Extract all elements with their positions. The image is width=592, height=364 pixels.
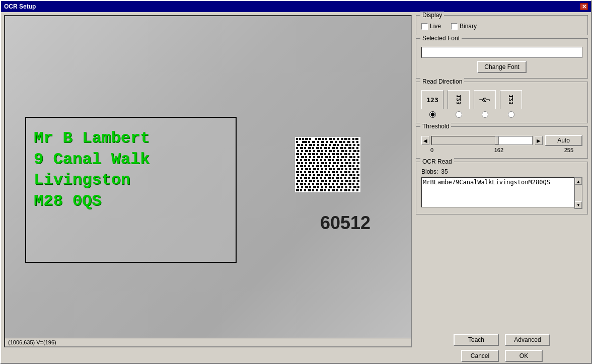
svg-rect-250	[336, 183, 338, 185]
cancel-button[interactable]: Cancel	[461, 350, 499, 362]
svg-rect-132	[313, 162, 315, 164]
svg-rect-29	[347, 141, 350, 143]
svg-rect-214	[320, 177, 322, 179]
svg-rect-134	[321, 162, 324, 164]
font-input[interactable]	[421, 47, 582, 58]
ocr-line-3: Livingston	[34, 170, 228, 191]
threshold-right-btn[interactable]: ▶	[535, 136, 543, 145]
svg-rect-189	[348, 171, 350, 173]
svg-rect-263	[325, 186, 327, 188]
selected-font-group: Selected Font Change Font	[416, 38, 588, 79]
svg-rect-99	[309, 156, 311, 158]
threshold-auto-button[interactable]: Auto	[545, 135, 582, 146]
svg-rect-97	[301, 156, 304, 158]
svg-rect-64	[297, 150, 299, 152]
svg-rect-195	[309, 174, 311, 176]
ocr-line-4: M28 0QS	[34, 191, 228, 212]
svg-rect-82	[304, 153, 306, 155]
svg-rect-22	[317, 141, 319, 143]
svg-rect-171	[341, 168, 343, 170]
svg-rect-271	[357, 186, 359, 188]
svg-rect-223	[356, 177, 358, 179]
svg-rect-45	[349, 144, 351, 146]
image-panel: Mr B Lambert 9 Canal Walk Livingston M28…	[4, 15, 412, 347]
threshold-fill	[432, 136, 495, 144]
svg-rect-35	[309, 144, 312, 146]
svg-rect-178	[304, 171, 306, 173]
direction-icon-ccw90: 123	[500, 90, 522, 109]
svg-rect-69	[317, 150, 320, 152]
svg-rect-55	[324, 147, 327, 149]
svg-rect-24	[326, 141, 328, 143]
svg-rect-124	[344, 159, 346, 161]
close-button[interactable]: ✕	[580, 3, 588, 10]
svg-rect-43	[341, 144, 343, 146]
svg-rect-167	[325, 168, 327, 170]
svg-rect-225	[301, 180, 303, 182]
svg-rect-180	[312, 171, 314, 173]
svg-rect-60	[344, 147, 346, 149]
svg-rect-204	[345, 174, 347, 176]
svg-rect-269	[349, 186, 351, 188]
svg-rect-283	[340, 189, 342, 191]
svg-rect-217	[332, 177, 334, 179]
svg-rect-127	[356, 159, 358, 161]
binary-checkbox[interactable]	[451, 23, 458, 30]
svg-rect-191	[356, 171, 358, 173]
svg-rect-2	[299, 138, 301, 140]
svg-rect-246	[320, 183, 322, 185]
svg-rect-51	[308, 147, 311, 149]
svg-rect-142	[353, 162, 355, 164]
svg-rect-221	[348, 177, 350, 179]
svg-rect-245	[316, 183, 319, 185]
svg-rect-187	[340, 171, 342, 173]
svg-rect-173	[349, 168, 351, 170]
svg-rect-211	[308, 177, 310, 179]
svg-rect-266	[337, 186, 340, 188]
direction-radio-ccw90[interactable]	[508, 111, 514, 118]
svg-rect-207	[357, 174, 359, 176]
direction-radio-180[interactable]	[482, 111, 488, 118]
svg-rect-264	[329, 186, 332, 188]
direction-icon-normal: 123	[421, 90, 443, 109]
direction-180: ⌐2⌐	[474, 90, 496, 118]
teach-button[interactable]: Teach	[454, 334, 499, 346]
svg-rect-260	[313, 186, 316, 188]
svg-rect-185	[332, 171, 335, 173]
threshold-left-btn[interactable]: ◀	[421, 136, 429, 145]
svg-rect-95	[356, 153, 358, 155]
direction-radio-normal[interactable]	[429, 111, 436, 118]
read-direction-group: Read Direction 123 123 ⌐2⌐	[416, 82, 588, 123]
svg-rect-166	[321, 168, 323, 170]
live-checkbox[interactable]	[421, 23, 428, 30]
ocr-line-2: 9 Canal Walk	[34, 149, 228, 170]
svg-rect-159	[356, 165, 358, 167]
svg-rect-30	[352, 141, 354, 143]
svg-rect-94	[352, 153, 354, 155]
threshold-track[interactable]	[431, 136, 533, 145]
svg-rect-73	[333, 150, 335, 152]
svg-rect-175	[357, 168, 359, 170]
bottom-buttons: Teach Advanced Cancel OK	[416, 331, 588, 362]
svg-rect-27	[339, 141, 342, 143]
svg-rect-4	[305, 138, 308, 140]
threshold-mid-label: 162	[494, 147, 503, 153]
svg-rect-145	[300, 165, 303, 167]
svg-rect-169	[333, 168, 335, 170]
svg-rect-12	[337, 138, 339, 140]
svg-rect-253	[348, 183, 351, 185]
scrollbar-up-arrow[interactable]: ▲	[575, 178, 582, 185]
status-bar: (1006,635) V=(196)	[5, 338, 411, 346]
ok-button[interactable]: OK	[505, 350, 543, 362]
live-checkbox-item: Live	[421, 23, 441, 30]
advanced-button[interactable]: Advanced	[505, 334, 550, 346]
scrollbar-down-arrow[interactable]: ▼	[575, 201, 582, 208]
ocr-text-textarea[interactable]	[421, 177, 574, 207]
svg-rect-275	[308, 189, 311, 191]
svg-rect-46	[353, 144, 355, 146]
teach-advanced-row: Teach Advanced	[416, 334, 588, 346]
change-font-button[interactable]: Change Font	[477, 61, 526, 73]
direction-radio-cw90[interactable]	[456, 111, 462, 118]
svg-rect-130	[305, 162, 307, 164]
title-bar: OCR Setup ✕	[1, 1, 591, 12]
